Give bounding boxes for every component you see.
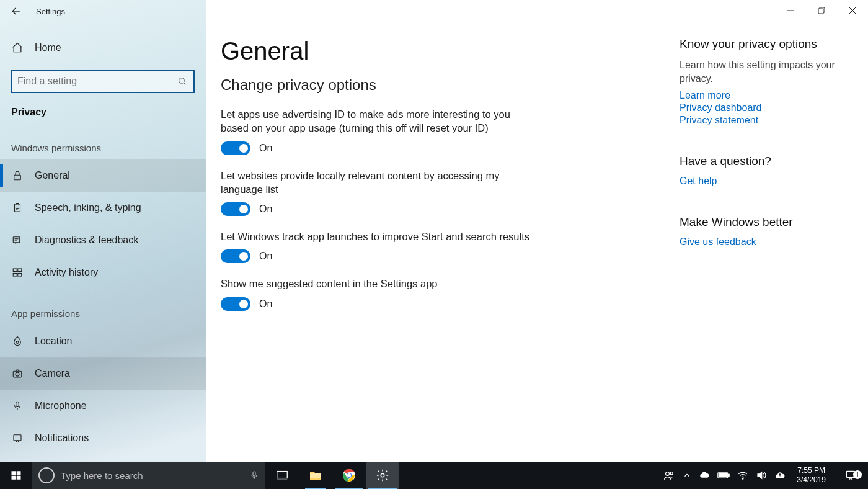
svg-rect-29: [253, 472, 255, 476]
taskbar-clock[interactable]: 7:55 PM 3/4/2019: [793, 466, 830, 485]
onedrive-icon[interactable]: [699, 470, 710, 481]
sidebar-category: Privacy: [0, 93, 206, 123]
sidebar-item-label: Notifications: [35, 433, 89, 444]
sidebar-item-speech[interactable]: Speech, inking, & typing: [0, 192, 206, 224]
svg-point-35: [347, 473, 351, 477]
toggle-row: On: [221, 202, 531, 216]
sidebar-item-diagnostics[interactable]: Diagnostics & feedback: [0, 224, 206, 256]
svg-rect-2: [14, 175, 21, 180]
pin-task-view[interactable]: [265, 462, 299, 489]
toggle-app-launches[interactable]: [221, 249, 250, 263]
close-button[interactable]: [837, 0, 868, 21]
option-suggested-content: Show me suggested content in the Setting…: [221, 277, 531, 310]
svg-rect-27: [12, 476, 16, 480]
svg-point-0: [179, 78, 185, 84]
close-icon: [849, 7, 856, 14]
sidebar-item-activity-history[interactable]: Activity history: [0, 256, 206, 289]
toggle-language-list[interactable]: [221, 202, 250, 216]
link-give-feedback[interactable]: Give us feedback: [680, 236, 853, 248]
sidebar-item-location[interactable]: Location: [0, 325, 206, 357]
svg-rect-31: [277, 472, 288, 478]
titlebar-buttons: [775, 0, 868, 21]
timeline-icon: [11, 267, 24, 278]
svg-rect-8: [13, 237, 20, 243]
sidebar-item-label: Microphone: [35, 400, 87, 411]
search-box[interactable]: [11, 70, 195, 93]
toggle-row: On: [221, 249, 531, 263]
cortana-search[interactable]: Type here to search: [32, 462, 265, 489]
cloud-sync-icon[interactable]: [774, 470, 786, 481]
action-center[interactable]: 1: [837, 469, 864, 482]
search-wrap: [0, 62, 206, 93]
side-block-question: Have a question? Get help: [680, 155, 853, 187]
side-heading: Know your privacy options: [680, 37, 853, 51]
svg-point-38: [670, 472, 673, 475]
sidebar-section-heading-0: Windows permissions: [0, 123, 206, 159]
sidebar-item-camera[interactable]: Camera: [0, 357, 206, 390]
svg-rect-12: [18, 269, 22, 272]
link-privacy-dashboard[interactable]: Privacy dashboard: [680, 102, 853, 114]
pin-file-explorer[interactable]: [299, 462, 332, 489]
toggle-state: On: [259, 143, 272, 154]
toggle-suggested-content[interactable]: [221, 297, 250, 311]
svg-point-36: [381, 473, 384, 477]
svg-rect-20: [14, 435, 21, 441]
app-title: Settings: [36, 7, 65, 16]
svg-rect-28: [17, 476, 21, 480]
svg-rect-41: [728, 474, 730, 476]
battery-icon[interactable]: [717, 471, 730, 480]
cortana-placeholder: Type here to search: [61, 470, 243, 481]
pin-settings[interactable]: [366, 462, 399, 489]
minimize-button[interactable]: [775, 0, 806, 21]
main: General Change privacy options Let apps …: [206, 0, 868, 462]
windows-icon: [11, 470, 22, 481]
sidebar-item-general[interactable]: General: [0, 159, 206, 192]
people-icon[interactable]: [663, 469, 675, 482]
option-language-list: Let websites provide locally relevant co…: [221, 169, 531, 217]
link-privacy-statement[interactable]: Privacy statement: [680, 115, 853, 126]
option-app-launches: Let Windows track app launches to improv…: [221, 230, 531, 263]
svg-point-37: [666, 472, 670, 476]
tray-expand-icon[interactable]: [683, 471, 691, 480]
sidebar-item-label: Camera: [35, 368, 70, 379]
lock-icon: [11, 170, 24, 181]
side-text: Learn how this setting impacts your priv…: [680, 58, 853, 85]
task-view-icon: [275, 469, 289, 482]
toggle-state: On: [259, 251, 272, 262]
camera-icon: [11, 368, 24, 379]
maximize-button[interactable]: [806, 0, 837, 21]
clipboard-icon: [11, 202, 24, 213]
subheading: Change privacy options: [221, 76, 630, 94]
sidebar-item-label: Activity history: [35, 267, 98, 278]
side-block-privacy: Know your privacy options Learn how this…: [680, 37, 853, 126]
side-heading: Make Windows better: [680, 215, 853, 229]
side-heading: Have a question?: [680, 155, 853, 168]
toggle-advertising-id[interactable]: [221, 141, 250, 155]
start-button[interactable]: [0, 462, 32, 489]
svg-rect-18: [16, 402, 19, 406]
wifi-icon[interactable]: [737, 470, 748, 481]
sidebar-home-label: Home: [35, 42, 61, 53]
sidebar-item-microphone[interactable]: Microphone: [0, 390, 206, 422]
sidebar-item-label: Diagnostics & feedback: [35, 235, 138, 246]
notifications-icon: [11, 433, 24, 444]
option-desc: Let apps use advertising ID to make ads …: [221, 107, 531, 135]
link-learn-more[interactable]: Learn more: [680, 90, 853, 101]
back-button[interactable]: [5, 0, 27, 22]
sidebar: Settings Home Privacy Windows permission…: [0, 0, 206, 462]
cortana-icon: [38, 467, 55, 483]
mic-icon[interactable]: [249, 470, 259, 480]
svg-rect-26: [17, 471, 21, 475]
sidebar-item-label: Location: [35, 336, 73, 347]
svg-rect-40: [719, 474, 727, 477]
notification-badge: 1: [853, 470, 862, 479]
taskbar-pins: [265, 462, 399, 489]
sidebar-home[interactable]: Home: [0, 34, 206, 62]
link-get-help[interactable]: Get help: [680, 176, 853, 187]
toggle-state: On: [259, 204, 272, 215]
volume-icon[interactable]: [756, 470, 767, 481]
option-desc: Show me suggested content in the Setting…: [221, 277, 531, 290]
search-input[interactable]: [12, 71, 193, 92]
pin-chrome[interactable]: [332, 462, 366, 489]
sidebar-item-notifications[interactable]: Notifications: [0, 422, 206, 454]
